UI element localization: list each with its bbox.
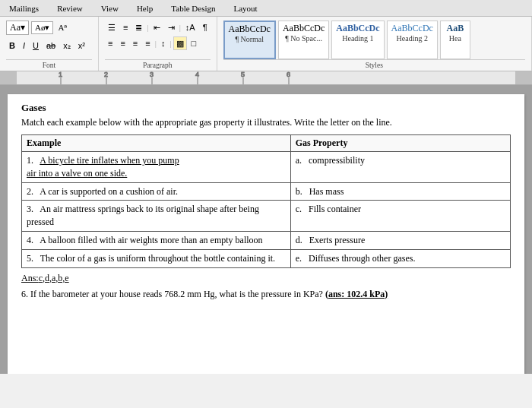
style-heading3[interactable]: AaB Hea <box>440 21 470 59</box>
table-row: 1. A bicycle tire inflates when you pump… <box>22 152 511 183</box>
style-heading3-text: AaB <box>445 23 466 34</box>
table-row: 2. A car is supported on a cushion of ai… <box>22 182 511 201</box>
document-area: Gases Match each example below with the … <box>8 94 524 374</box>
paragraph-section-label: Paragraph <box>105 59 211 71</box>
increase-indent-button[interactable]: ⇥ <box>165 21 178 34</box>
font-row-1: Aa▾ Aø▾ Aᵃ <box>6 21 69 35</box>
strikethrough-button[interactable]: ab <box>43 39 59 52</box>
col-example-header: Example <box>22 135 291 152</box>
styles-section: AaBbCcDc ¶ Normal AaBbCcDc ¶ No Spac... … <box>217 17 532 71</box>
svg-text:5: 5 <box>241 71 245 78</box>
shading-button[interactable]: ▩ <box>173 36 187 50</box>
italic-button[interactable]: I <box>20 39 28 52</box>
clear-format-btn[interactable]: Aᵃ <box>55 21 69 34</box>
main-ribbon: Aa▾ Aø▾ Aᵃ B I U ab x₂ x² Font ☰ ≡ ≣ | ⇤ <box>0 17 532 71</box>
answer-label: Ans: <box>21 273 39 283</box>
example-3: 3. An air mattress springs back to its o… <box>22 201 291 232</box>
svg-text:6: 6 <box>287 71 290 78</box>
decrease-indent-button[interactable]: ⇤ <box>150 21 163 34</box>
para-row-1: ☰ ≡ ≣ | ⇤ ⇥ | ↕A ¶ <box>105 21 211 34</box>
ribbon-tab-bar: Mailings Review View Help Table Design L… <box>0 0 532 17</box>
tab-mailings[interactable]: Mailings <box>6 2 42 14</box>
bullets-button[interactable]: ☰ <box>105 21 119 34</box>
svg-text:4: 4 <box>195 71 199 78</box>
para-row-2: ≡ ≡ ≡ ≡ | ↕ | ▩ □ <box>105 36 199 50</box>
example-2: 2. A car is supported on a cushion of ai… <box>22 182 291 201</box>
style-normal-label: ¶ Normal <box>229 35 271 43</box>
table-row: 5. The color of a gas is uniform through… <box>22 249 511 267</box>
tab-table-design[interactable]: Table Design <box>168 2 218 14</box>
property-e: e. Diffuses through other gases. <box>290 249 510 267</box>
example-4: 4. A balloon filled with air weights mor… <box>22 231 291 249</box>
justify-button[interactable]: ≡ <box>142 36 153 50</box>
paragraph-section: ☰ ≡ ≣ | ⇤ ⇥ | ↕A ¶ ≡ ≡ ≡ ≡ | ↕ | ▩ □ <box>99 17 217 71</box>
property-c: c. Fills container <box>290 201 510 232</box>
svg-text:2: 2 <box>104 71 108 78</box>
property-b: b. Has mass <box>290 182 510 201</box>
style-normal[interactable]: AaBbCcDc ¶ Normal <box>223 21 276 59</box>
svg-rect-2 <box>515 71 532 85</box>
style-heading2[interactable]: AaBbCcDc Heading 2 <box>387 21 438 59</box>
svg-rect-1 <box>0 71 17 85</box>
style-nospace[interactable]: AaBbCcDc ¶ No Spac... <box>278 21 329 59</box>
font-section-label: Font <box>6 59 92 71</box>
document-title: Gases <box>21 102 511 114</box>
bold-button[interactable]: B <box>6 39 18 52</box>
question-6-answer: (ans: 102.4 kPa) <box>325 289 388 299</box>
style-heading2-label: Heading 2 <box>391 34 433 43</box>
style-heading1-text: AaBbCcDc <box>336 23 379 34</box>
style-nospace-label: ¶ No Spac... <box>283 34 325 43</box>
subscript-button[interactable]: x₂ <box>60 39 74 52</box>
tab-layout[interactable]: Layout <box>230 2 260 14</box>
ruler: 1 2 3 4 5 6 <box>0 71 532 85</box>
example-1: 1. A bicycle tire inflates when you pump… <box>22 152 291 183</box>
font-section: Aa▾ Aø▾ Aᵃ B I U ab x₂ x² Font <box>0 17 99 71</box>
style-heading2-text: AaBbCcDc <box>391 23 433 34</box>
font-name-dropdown[interactable]: Aa▾ <box>6 21 29 35</box>
table-header-row: Example Gas Property <box>22 135 511 152</box>
align-left-button[interactable]: ≡ <box>105 36 116 50</box>
svg-text:3: 3 <box>150 71 154 78</box>
numbering-button[interactable]: ≡ <box>120 21 131 34</box>
property-a: a. compressibility <box>290 152 510 183</box>
example-5: 5. The color of a gas is uniform through… <box>22 249 291 267</box>
gas-properties-table: Example Gas Property 1. A bicycle tire i… <box>21 134 511 268</box>
font-row-2: B I U ab x₂ x² <box>6 39 88 52</box>
align-center-button[interactable]: ≡ <box>117 36 128 50</box>
property-d: d. Exerts pressure <box>290 231 510 249</box>
tab-view[interactable]: View <box>98 2 122 14</box>
answer-line: Ans:c,d,a,b,e <box>21 273 511 284</box>
sort-button[interactable]: ↕A <box>182 21 198 34</box>
document-subtitle: Match each example below with the approp… <box>21 117 511 128</box>
col-property-header: Gas Property <box>290 135 510 152</box>
question-6: 6. If the barometer at your house reads … <box>21 289 511 300</box>
svg-text:1: 1 <box>59 71 62 78</box>
style-heading3-label: Hea <box>445 34 466 43</box>
align-right-button[interactable]: ≡ <box>130 36 141 50</box>
question-6-text: 6. If the barometer at your house reads … <box>21 289 323 299</box>
table-row: 3. An air mattress springs back to its o… <box>22 201 511 232</box>
answer-values: c,d,a,b,e <box>39 273 69 283</box>
table-row: 4. A balloon filled with air weights mor… <box>22 231 511 249</box>
tab-review[interactable]: Review <box>54 2 86 14</box>
style-heading1[interactable]: AaBbCcDc Heading 1 <box>331 21 384 59</box>
styles-section-label: Styles <box>223 59 525 71</box>
style-heading1-label: Heading 1 <box>336 34 379 43</box>
font-size-dropdown[interactable]: Aø▾ <box>31 21 53 34</box>
style-nospace-text: AaBbCcDc <box>283 23 325 34</box>
line-spacing-button[interactable]: ↕ <box>158 36 169 50</box>
tab-help[interactable]: Help <box>134 2 156 14</box>
style-normal-text: AaBbCcDc <box>229 24 271 35</box>
superscript-button[interactable]: x² <box>75 39 88 52</box>
multilevel-button[interactable]: ≣ <box>132 21 145 34</box>
border-button[interactable]: □ <box>188 36 200 50</box>
underline-button[interactable]: U <box>30 39 42 52</box>
svg-rect-4 <box>17 71 515 85</box>
pilcrow-button[interactable]: ¶ <box>200 21 211 34</box>
